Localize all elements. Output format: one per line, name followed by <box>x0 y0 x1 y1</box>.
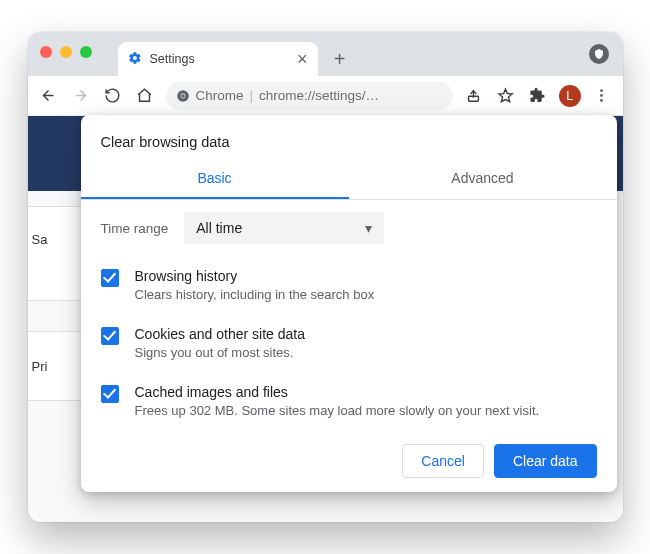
list-item: Cookies and other site data Signs you ou… <box>101 314 597 372</box>
close-window-icon[interactable] <box>40 46 52 58</box>
gear-icon <box>128 51 142 68</box>
list-item: Cached images and files Frees up 302 MB.… <box>101 372 597 430</box>
home-button[interactable] <box>134 87 156 104</box>
maximize-window-icon[interactable] <box>80 46 92 58</box>
toolbar: Chrome | chrome://settings/… L <box>28 76 623 116</box>
checkbox-cached[interactable] <box>101 385 119 403</box>
item-title: Cached images and files <box>135 384 540 400</box>
list-item: Browsing history Clears history, includi… <box>101 256 597 314</box>
tab-advanced[interactable]: Advanced <box>349 160 617 199</box>
profile-avatar[interactable]: L <box>559 85 581 107</box>
item-subtitle: Signs you out of most sites. <box>135 345 305 360</box>
time-range-label: Time range <box>101 221 169 236</box>
close-tab-icon[interactable]: × <box>297 50 308 68</box>
tab-title: Settings <box>150 52 195 66</box>
tab-strip: Settings × + <box>28 32 623 76</box>
svg-point-6 <box>600 99 603 102</box>
item-title: Browsing history <box>135 268 375 284</box>
bg-card-1-text: Sa <box>32 232 48 247</box>
clear-data-button[interactable]: Clear data <box>494 444 597 478</box>
clear-browsing-data-dialog: Clear browsing data Basic Advanced Time … <box>81 115 617 492</box>
extensions-button[interactable] <box>527 87 549 104</box>
item-subtitle: Clears history, including in the search … <box>135 287 375 302</box>
bookmark-button[interactable] <box>495 87 517 104</box>
address-url: chrome://settings/… <box>259 88 379 103</box>
item-title: Cookies and other site data <box>135 326 305 342</box>
tab-basic[interactable]: Basic <box>81 160 349 199</box>
address-bar[interactable]: Chrome | chrome://settings/… <box>166 82 453 110</box>
reload-button[interactable] <box>102 87 124 104</box>
dialog-footer: Cancel Clear data <box>81 430 617 478</box>
window-controls <box>40 46 92 58</box>
svg-point-5 <box>600 94 603 97</box>
time-range-select[interactable]: All time ▾ <box>184 212 384 244</box>
checkbox-browsing-history[interactable] <box>101 269 119 287</box>
bg-card-1 <box>28 206 88 301</box>
share-button[interactable] <box>463 87 485 104</box>
forward-button[interactable] <box>70 87 92 104</box>
chevron-down-icon: ▾ <box>365 220 372 236</box>
data-type-list: Browsing history Clears history, includi… <box>81 256 617 430</box>
dialog-tabs: Basic Advanced <box>81 160 617 200</box>
checkbox-cookies[interactable] <box>101 327 119 345</box>
svg-point-4 <box>600 89 603 92</box>
new-tab-button[interactable]: + <box>326 45 354 73</box>
back-button[interactable] <box>38 87 60 104</box>
menu-button[interactable] <box>591 87 613 104</box>
address-prefix: Chrome <box>196 88 244 103</box>
time-range-row: Time range All time ▾ <box>81 200 617 256</box>
incognito-icon[interactable] <box>589 44 609 64</box>
active-tab[interactable]: Settings × <box>118 42 318 76</box>
svg-point-2 <box>181 94 185 98</box>
bg-card-2-text: Pri <box>32 359 48 374</box>
cancel-button[interactable]: Cancel <box>402 444 484 478</box>
browser-window: Settings × + Chrome | chrome://settings/… <box>28 32 623 522</box>
minimize-window-icon[interactable] <box>60 46 72 58</box>
time-range-value: All time <box>196 220 242 236</box>
chrome-icon <box>176 89 190 103</box>
dialog-title: Clear browsing data <box>81 115 617 160</box>
page-content: Sa Pri Clear browsing data Basic Advance… <box>28 116 623 522</box>
item-subtitle: Frees up 302 MB. Some sites may load mor… <box>135 403 540 418</box>
